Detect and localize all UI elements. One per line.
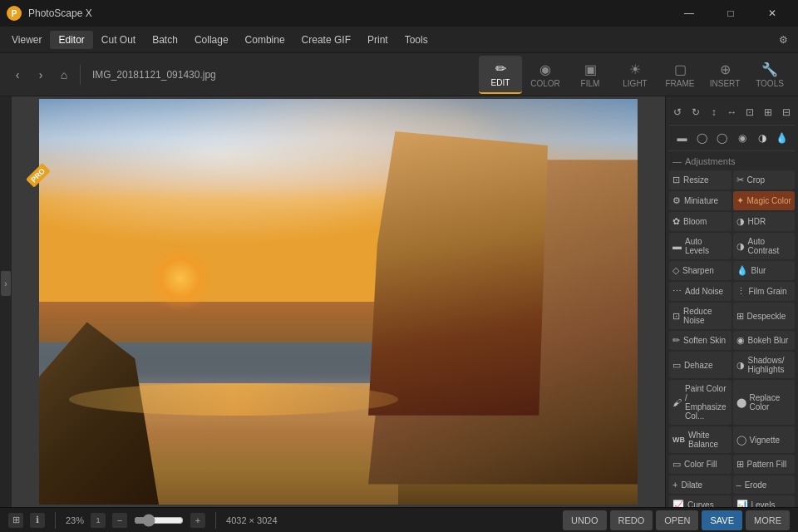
tab-insert[interactable]: ⊕ INSERT	[703, 56, 746, 94]
zoom-slider[interactable]	[134, 514, 184, 527]
toolbar: ‹ › ⌂ IMG_20181121_091430.jpg ✏ EDIT ◉ C…	[0, 53, 798, 96]
menu-item-collage[interactable]: Collage	[186, 31, 237, 49]
vignette-icon: ◯	[736, 435, 746, 446]
soften-skin-label: Soften Skin	[683, 336, 726, 345]
photo-water-reflection	[69, 383, 398, 416]
title-bar-left: P PhotoScape X	[7, 6, 92, 21]
file-name: IMG_20181121_091430.jpg	[92, 69, 216, 81]
menu-item-print[interactable]: Print	[359, 31, 397, 49]
pattern-fill-btn[interactable]: ⊞ Pattern Fill	[733, 455, 796, 474]
blur-btn[interactable]: 💧 Blur	[733, 261, 796, 280]
tab-frame[interactable]: ▢ FRAME	[658, 56, 702, 94]
color-tab-icon: ◉	[539, 62, 551, 77]
hdr-btn[interactable]: ◑ HDR	[733, 212, 796, 231]
status-left: ⊞ ℹ 23% 1 − + 4032 × 3024	[8, 512, 278, 529]
soften-skin-btn[interactable]: ✏ Soften Skin	[669, 331, 732, 350]
menu-item-batch[interactable]: Batch	[144, 31, 186, 49]
tool-row-2: ▬ ◯ ◯ ◉ ◑ 💧	[669, 126, 795, 151]
menu-item-editor[interactable]: Editor	[50, 31, 92, 49]
nav-forward-button[interactable]: ›	[30, 64, 52, 86]
section-dash: —	[672, 156, 682, 166]
nav-back-button[interactable]: ‹	[7, 64, 28, 86]
contract-btn[interactable]: ⊟	[778, 103, 795, 121]
menu-item-tools[interactable]: Tools	[397, 31, 436, 49]
dilate-btn[interactable]: + Dilate	[669, 475, 732, 494]
miniature-btn[interactable]: ⚙ Miniature	[669, 191, 732, 210]
more-button[interactable]: MORE	[746, 510, 790, 530]
vignette-btn[interactable]: ◯ Vignette	[733, 426, 796, 453]
tab-light[interactable]: ☀ LIGHT	[613, 56, 657, 94]
nav-home-button[interactable]: ⌂	[53, 64, 75, 86]
zoom-in-btn[interactable]: +	[190, 513, 205, 528]
app-logo: P	[7, 6, 22, 21]
tab-edit[interactable]: ✏ EDIT	[479, 56, 522, 94]
white-balance-btn[interactable]: WB White Balance	[669, 426, 732, 453]
add-noise-label: Add Noise	[685, 287, 723, 296]
despeckle-btn[interactable]: ⊞ Despeckle	[733, 303, 796, 329]
paint-color-btn[interactable]: 🖌 Paint Color / Emphasize Col...	[669, 380, 732, 425]
bloom-btn[interactable]: ✿ Bloom	[669, 212, 732, 231]
flip-v-btn[interactable]: ↕	[706, 103, 722, 121]
replace-color-btn[interactable]: ⬤ Replace Color	[733, 380, 796, 425]
straighten-btn[interactable]: ⊡	[741, 103, 758, 121]
menu-item-creategif[interactable]: Create GIF	[293, 31, 359, 49]
auto-levels-label: Auto Levels	[685, 237, 728, 255]
miniature-label: Miniature	[684, 196, 718, 205]
adj-grid: ⊡ Resize ✂ Crop ⚙ Miniature ✦ Magic Colo…	[669, 169, 795, 507]
mode-btn-6[interactable]: 💧	[773, 129, 791, 147]
tab-tools[interactable]: 🔧 TOOLS	[748, 56, 791, 94]
mode-btn-5[interactable]: ◑	[753, 129, 771, 147]
canvas-area[interactable]: PRO	[12, 96, 665, 507]
close-button[interactable]: ✕	[753, 0, 791, 27]
mode-btn-4[interactable]: ◉	[733, 129, 751, 147]
rotate-cw-btn[interactable]: ↻	[687, 103, 704, 121]
color-fill-btn[interactable]: ▭ Color Fill	[669, 455, 732, 474]
reduce-noise-btn[interactable]: ⊡ Reduce Noise	[669, 303, 732, 329]
minimize-button[interactable]: —	[670, 0, 708, 27]
bloom-label: Bloom	[683, 217, 707, 226]
tab-color[interactable]: ◉ COLOR	[524, 56, 567, 94]
redo-button[interactable]: REDO	[610, 510, 653, 530]
erode-btn[interactable]: – Erode	[733, 475, 796, 494]
right-panel: ↺ ↻ ↕ ↔ ⊡ ⊞ ⊟ ▬ ◯ ◯ ◉ ◑ 💧 — Adjustments …	[665, 96, 798, 507]
flip-h-btn[interactable]: ↔	[724, 103, 741, 121]
add-noise-btn[interactable]: ⋯ Add Noise	[669, 282, 732, 301]
bokeh-blur-btn[interactable]: ◉ Bokeh Blur	[733, 331, 796, 350]
maximize-button[interactable]: □	[712, 0, 750, 27]
resize-btn[interactable]: ⊡ Resize	[669, 170, 732, 190]
menu-item-combine[interactable]: Combine	[237, 31, 293, 49]
auto-levels-btn[interactable]: ▬ Auto Levels	[669, 233, 732, 259]
grid-toggle-btn[interactable]: ⊞	[8, 513, 23, 528]
auto-contrast-btn[interactable]: ◑ Auto Contrast	[733, 233, 796, 259]
resize-icon: ⊡	[672, 175, 680, 185]
paint-color-label: Paint Color / Emphasize Col...	[685, 384, 728, 421]
auto-contrast-icon: ◑	[736, 241, 745, 252]
dehaze-btn[interactable]: ▭ Dehaze	[669, 352, 732, 378]
left-sidebar-toggle[interactable]: ›	[1, 271, 11, 296]
rotate-ccw-btn[interactable]: ↺	[669, 103, 686, 121]
mode-btn-1[interactable]: ▬	[673, 129, 692, 147]
zoom-indicator-btn[interactable]: 1	[91, 513, 106, 528]
expand-btn[interactable]: ⊞	[760, 103, 776, 121]
curves-btn[interactable]: 📈 Curves	[669, 495, 732, 507]
menu-item-cutout[interactable]: Cut Out	[93, 31, 144, 49]
film-grain-btn[interactable]: ⋮ Film Grain	[733, 282, 796, 301]
menu-item-viewer[interactable]: Viewer	[3, 31, 50, 49]
levels-icon: 📊	[736, 500, 748, 507]
undo-button[interactable]: UNDO	[563, 510, 606, 530]
levels-btn[interactable]: 📊 Levels	[733, 495, 796, 507]
crop-btn[interactable]: ✂ Crop	[733, 170, 796, 190]
settings-icon[interactable]: ⚙	[771, 28, 795, 52]
zoom-out-btn[interactable]: −	[112, 513, 127, 528]
sharpen-btn[interactable]: ◇ Sharpen	[669, 261, 732, 280]
open-button[interactable]: OPEN	[656, 510, 698, 530]
save-button[interactable]: SAVE	[702, 510, 742, 530]
tab-film[interactable]: ▣ FILM	[569, 56, 612, 94]
shadows-highlights-btn[interactable]: ◑ Shadows/ Highlights	[733, 352, 796, 378]
mode-btn-2[interactable]: ◯	[693, 129, 712, 147]
magic-color-btn[interactable]: ✦ Magic Color	[733, 191, 796, 210]
info-btn[interactable]: ℹ	[30, 513, 45, 528]
magic-color-label: Magic Color	[747, 196, 791, 205]
mode-btn-3[interactable]: ◯	[713, 129, 732, 147]
edit-tab-icon: ✏	[495, 61, 506, 76]
